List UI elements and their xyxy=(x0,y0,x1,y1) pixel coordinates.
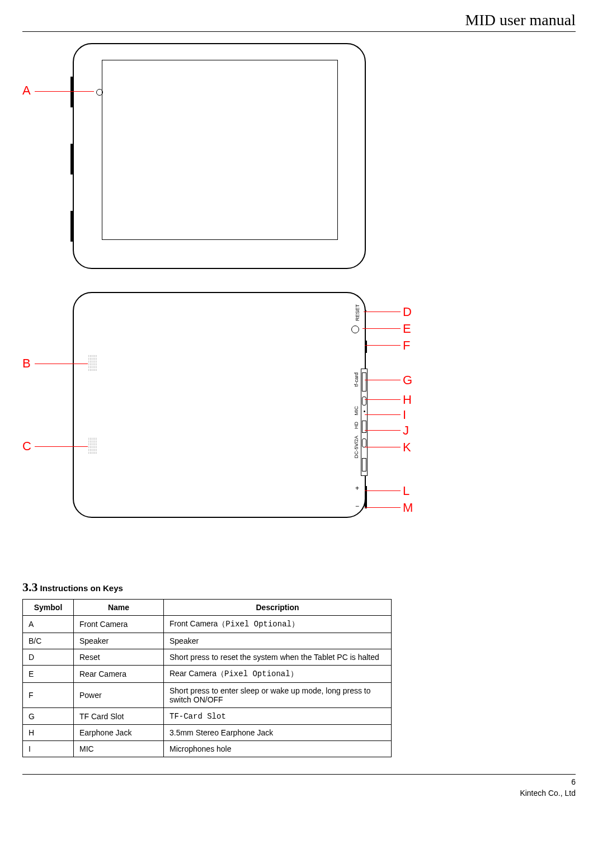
table-row: GTF Card SlotTF-Card Slot xyxy=(23,708,392,725)
table-row: FPowerShort press to enter sleep or wake… xyxy=(23,683,392,708)
col-header-description: Description xyxy=(164,600,392,616)
cell-symbol: I xyxy=(23,741,74,757)
leader-line xyxy=(35,91,94,92)
table-row: IMICMicrophones hole xyxy=(23,741,392,757)
plus-icon: + xyxy=(355,484,359,492)
hd-port-icon xyxy=(362,421,366,433)
callout-label-i: I xyxy=(403,408,406,422)
leader-line xyxy=(365,345,401,346)
side-button-icon xyxy=(70,77,73,107)
leader-line xyxy=(365,430,401,431)
leader-line xyxy=(365,447,401,447)
callout-label-b: B xyxy=(22,356,31,371)
section-heading: 3.3 Instructions on Keys xyxy=(22,580,576,595)
usb-port-icon xyxy=(362,458,366,471)
cell-symbol: B/C xyxy=(23,633,74,649)
page-number: 6 xyxy=(22,777,576,788)
cell-description: Short press to enter sleep or wake up mo… xyxy=(164,683,392,708)
port-label-mic: MIC xyxy=(354,406,359,416)
callout-label-l: L xyxy=(403,484,409,498)
col-header-symbol: Symbol xyxy=(23,600,74,616)
cell-symbol: F xyxy=(23,683,74,708)
tf-slot-icon xyxy=(362,372,366,391)
leader-line xyxy=(365,399,401,400)
cell-name: Speaker xyxy=(74,633,164,649)
cell-name: Rear Camera xyxy=(74,666,164,683)
port-label-hd: HD xyxy=(354,422,359,429)
callout-label-a: A xyxy=(22,83,31,98)
page-footer: 6 Kintech Co., Ltd xyxy=(22,774,576,799)
cell-name: Power xyxy=(74,683,164,708)
callout-label-j: J xyxy=(403,423,409,438)
leader-line xyxy=(365,490,401,491)
cell-name: MIC xyxy=(74,741,164,757)
side-button-icon xyxy=(70,144,73,174)
front-camera-icon xyxy=(96,89,103,96)
device-front-outline xyxy=(73,43,366,269)
callout-label-m: M xyxy=(403,501,413,515)
callout-label-g: G xyxy=(403,373,412,388)
port-label-dc: DC-5V/2A xyxy=(354,436,359,459)
port-label-reset: RESET xyxy=(355,304,360,321)
rear-camera-icon xyxy=(351,326,359,333)
cell-symbol: D xyxy=(23,649,74,666)
cell-symbol: H xyxy=(23,725,74,741)
cell-symbol: G xyxy=(23,708,74,725)
power-button-icon xyxy=(365,341,367,353)
cell-description: Speaker xyxy=(164,633,392,649)
port-label-tfcard: tf-card xyxy=(354,372,359,387)
leader-line xyxy=(365,414,401,415)
cell-description: Rear Camera（Pixel Optional） xyxy=(164,666,392,683)
cell-name: Front Camera xyxy=(74,616,164,633)
leader-line xyxy=(364,312,401,312)
cell-name: TF Card Slot xyxy=(74,708,164,725)
cell-symbol: E xyxy=(23,666,74,683)
section-title: Instructions on Keys xyxy=(40,583,123,593)
callout-label-f: F xyxy=(403,338,410,353)
device-screen xyxy=(102,60,338,240)
cell-name: Earphone Jack xyxy=(74,725,164,741)
section-number: 3.3 xyxy=(22,580,38,594)
callout-label-h: H xyxy=(403,393,412,407)
col-header-name: Name xyxy=(74,600,164,616)
table-row: B/CSpeakerSpeaker xyxy=(23,633,392,649)
callout-label-c: C xyxy=(22,439,31,454)
speaker-grill-icon: :::::: :::::: :::::: :::::: :::::: :::::… xyxy=(88,437,101,454)
callout-label-d: D xyxy=(403,305,412,319)
table-header-row: Symbol Name Description xyxy=(23,600,392,616)
device-diagram: A :::::: :::::: :::::: :::::: :::::: :::… xyxy=(22,43,576,558)
device-rear-outline: :::::: :::::: :::::: :::::: :::::: :::::… xyxy=(73,292,366,518)
table-row: AFront CameraFront Camera（Pixel Optional… xyxy=(23,616,392,633)
earphone-jack-icon xyxy=(362,397,366,405)
table-row: HEarphone Jack3.5mm Stereo Earphone Jack xyxy=(23,725,392,741)
leader-line xyxy=(362,328,401,329)
header-rule xyxy=(22,31,576,32)
cell-description: TF-Card Slot xyxy=(164,708,392,725)
cell-symbol: A xyxy=(23,616,74,633)
leader-line xyxy=(365,507,401,508)
speaker-grill-icon: :::::: :::::: :::::: :::::: :::::: :::::… xyxy=(88,355,101,371)
dc-port-icon xyxy=(362,438,366,447)
page-header-title: MID user manual xyxy=(22,11,576,29)
callout-label-k: K xyxy=(403,440,411,455)
keys-table: Symbol Name Description AFront CameraFro… xyxy=(22,599,392,757)
footer-company: Kintech Co., Ltd xyxy=(22,788,576,799)
cell-name: Reset xyxy=(74,649,164,666)
callout-label-e: E xyxy=(403,322,411,336)
cell-description: Microphones hole xyxy=(164,741,392,757)
mic-hole-icon xyxy=(364,411,365,412)
cell-description: Front Camera（Pixel Optional） xyxy=(164,616,392,633)
leader-line xyxy=(35,446,88,447)
side-button-icon xyxy=(70,211,73,242)
leader-line xyxy=(35,364,88,364)
cell-description: Short press to reset the system when the… xyxy=(164,649,392,666)
minus-icon: − xyxy=(355,502,359,510)
volume-rocker-icon xyxy=(365,486,367,508)
table-row: ERear CameraRear Camera（Pixel Optional） xyxy=(23,666,392,683)
table-row: DResetShort press to reset the system wh… xyxy=(23,649,392,666)
cell-description: 3.5mm Stereo Earphone Jack xyxy=(164,725,392,741)
leader-line xyxy=(365,380,401,380)
